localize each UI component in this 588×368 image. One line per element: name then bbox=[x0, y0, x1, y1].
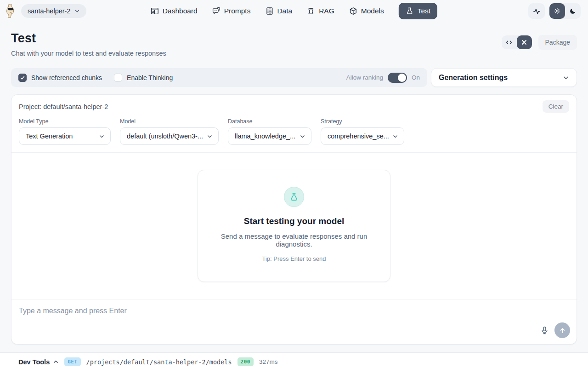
field-label: Strategy bbox=[321, 118, 404, 125]
nav-item-test[interactable]: Test bbox=[399, 3, 437, 19]
topbar: santa-helper-2 Dashboard Prompts bbox=[0, 0, 588, 22]
microphone-button[interactable] bbox=[539, 325, 550, 336]
field-label: Model bbox=[120, 118, 219, 125]
nav-item-models[interactable]: Models bbox=[349, 7, 384, 15]
options-bar: Show referenced chunks Enable Thinking A… bbox=[11, 68, 427, 87]
strategy-field: Strategy comprehensive_se... bbox=[321, 118, 404, 145]
clear-button[interactable]: Clear bbox=[543, 100, 569, 113]
strategy-select[interactable]: comprehensive_se... bbox=[321, 127, 404, 145]
chevron-down-icon bbox=[563, 75, 569, 81]
tools-view-button[interactable] bbox=[517, 35, 532, 49]
devtools-toggle[interactable]: Dev Tools bbox=[18, 358, 59, 366]
code-icon bbox=[505, 39, 513, 46]
moon-icon bbox=[569, 7, 577, 15]
empty-state-card: Start testing your model Send a message … bbox=[198, 170, 390, 282]
activity-icon bbox=[533, 7, 541, 15]
nav-label: Data bbox=[277, 7, 292, 15]
flask-icon bbox=[289, 192, 299, 202]
nav-label: Test bbox=[418, 7, 430, 15]
enable-thinking-checkbox[interactable]: Enable Thinking bbox=[114, 74, 173, 82]
chevron-up-icon bbox=[53, 359, 59, 365]
nav-label: RAG bbox=[319, 7, 334, 15]
field-label: Database bbox=[228, 118, 311, 125]
model-selects-row: Model Type Text Generation Model default… bbox=[11, 115, 577, 153]
checkbox-label: Show referenced chunks bbox=[31, 74, 102, 81]
test-panel: Project: default/santa-helper-2 Clear Mo… bbox=[11, 94, 577, 345]
checkbox-checked bbox=[18, 74, 27, 82]
flask-badge bbox=[284, 187, 304, 207]
model-type-select[interactable]: Text Generation bbox=[19, 127, 111, 145]
allow-ranking-state: On bbox=[412, 74, 420, 81]
select-value: comprehensive_se... bbox=[328, 132, 389, 140]
package-button[interactable]: Package bbox=[538, 35, 577, 50]
generation-settings-dropdown[interactable]: Generation settings bbox=[431, 68, 577, 87]
model-select[interactable]: default (unsloth/Qwen3-... bbox=[120, 127, 219, 145]
http-method-badge: GET bbox=[64, 357, 80, 366]
project-selector-label: santa-helper-2 bbox=[28, 7, 71, 15]
check-icon bbox=[20, 75, 25, 80]
test-flask-icon bbox=[406, 7, 414, 15]
view-mode-toggle bbox=[502, 35, 532, 49]
project-path-label: Project: default/santa-helper-2 bbox=[19, 103, 108, 110]
chevron-down-icon bbox=[99, 133, 105, 139]
chevron-down-icon bbox=[300, 133, 305, 139]
theme-toggle bbox=[549, 3, 581, 19]
allow-ranking-label: Allow ranking bbox=[346, 74, 383, 81]
checkbox-unchecked bbox=[114, 74, 122, 82]
devtools-label: Dev Tools bbox=[18, 358, 50, 366]
rag-rook-icon bbox=[307, 7, 315, 15]
page: Test Chat with your model to test and ev… bbox=[0, 31, 588, 345]
nav-item-dashboard[interactable]: Dashboard bbox=[151, 7, 198, 15]
nav-item-data[interactable]: Data bbox=[265, 7, 292, 15]
model-field: Model default (unsloth/Qwen3-... bbox=[120, 118, 219, 145]
sun-icon bbox=[554, 7, 561, 15]
microphone-icon bbox=[540, 326, 549, 335]
select-value: default (unsloth/Qwen3-... bbox=[127, 132, 203, 140]
allow-ranking-toggle[interactable] bbox=[388, 73, 407, 83]
message-composer bbox=[11, 299, 577, 344]
nav-label: Models bbox=[361, 7, 384, 15]
dashboard-icon bbox=[151, 7, 159, 15]
page-subtitle: Chat with your model to test and evaluat… bbox=[11, 50, 166, 57]
crossed-tools-icon bbox=[520, 39, 528, 46]
theme-light-button[interactable] bbox=[549, 3, 565, 19]
nav-label: Dashboard bbox=[163, 7, 198, 15]
request-path: /projects/default/santa-helper-2/models bbox=[86, 358, 232, 366]
theme-dark-button[interactable] bbox=[565, 3, 581, 19]
code-view-button[interactable] bbox=[502, 35, 517, 49]
request-duration: 327ms bbox=[259, 358, 278, 365]
chevron-down-icon bbox=[74, 8, 80, 14]
field-label: Model Type bbox=[19, 118, 111, 125]
select-value: llama_knowledge_... bbox=[235, 132, 295, 140]
model-type-field: Model Type Text Generation bbox=[19, 118, 111, 145]
nav-item-rag[interactable]: RAG bbox=[307, 7, 334, 15]
status-badge: 200 bbox=[237, 357, 254, 366]
message-input[interactable] bbox=[11, 299, 577, 344]
empty-state-tip: Tip: Press Enter to send bbox=[209, 255, 379, 262]
activity-button[interactable] bbox=[528, 3, 545, 19]
nav-label: Prompts bbox=[224, 7, 251, 15]
data-icon bbox=[265, 7, 273, 15]
empty-state-title: Start testing your model bbox=[209, 216, 379, 226]
checkbox-label: Enable Thinking bbox=[127, 74, 173, 81]
page-title: Test bbox=[11, 31, 166, 46]
empty-state-subtitle: Send a message to evaluate responses and… bbox=[209, 232, 379, 248]
arrow-up-icon bbox=[559, 327, 566, 334]
toggle-knob bbox=[398, 74, 406, 82]
select-value: Text Generation bbox=[26, 132, 73, 140]
generation-settings-label: Generation settings bbox=[439, 74, 508, 82]
devtools-bar: Dev Tools GET /projects/default/santa-he… bbox=[0, 352, 588, 368]
models-cube-icon bbox=[349, 7, 357, 15]
nav-item-prompts[interactable]: Prompts bbox=[212, 7, 251, 15]
project-selector[interactable]: santa-helper-2 bbox=[21, 4, 86, 18]
main-nav: Dashboard Prompts Data RAG bbox=[151, 3, 437, 19]
chat-area: Start testing your model Send a message … bbox=[11, 153, 577, 299]
llama-logo-icon bbox=[4, 4, 17, 18]
chevron-down-icon bbox=[392, 133, 398, 139]
database-select[interactable]: llama_knowledge_... bbox=[228, 127, 311, 145]
send-button[interactable] bbox=[554, 322, 570, 338]
database-field: Database llama_knowledge_... bbox=[228, 118, 311, 145]
show-referenced-chunks-checkbox[interactable]: Show referenced chunks bbox=[18, 74, 102, 82]
chevron-down-icon bbox=[207, 133, 213, 139]
prompts-icon bbox=[212, 7, 220, 15]
